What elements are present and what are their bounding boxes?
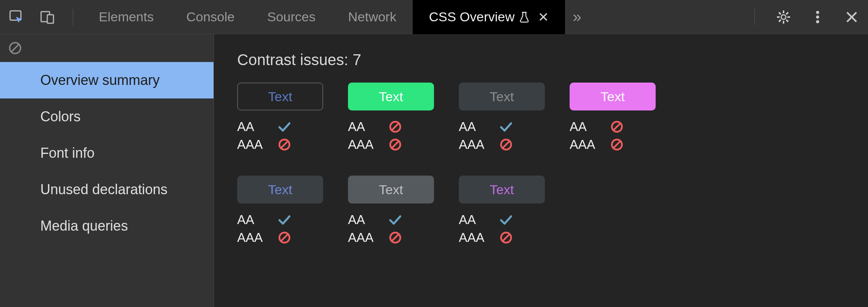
tab-label: Network bbox=[348, 9, 396, 24]
topbar-right-tools bbox=[750, 7, 862, 27]
gear-icon bbox=[776, 9, 791, 25]
pass-icon bbox=[388, 212, 403, 228]
svg-line-29 bbox=[613, 123, 620, 130]
tab-sources[interactable]: Sources bbox=[251, 0, 332, 34]
toolbar-divider bbox=[754, 9, 755, 25]
close-tab-icon[interactable]: ✕ bbox=[538, 9, 549, 25]
no-symbol-icon bbox=[499, 231, 513, 245]
fail-icon bbox=[277, 230, 292, 245]
fail-icon bbox=[498, 230, 514, 245]
topbar-left-tools bbox=[6, 7, 78, 27]
swatch-color-sample[interactable]: Text bbox=[348, 83, 434, 110]
swatch-color-sample[interactable]: Text bbox=[570, 83, 656, 110]
contrast-swatch[interactable]: TextAA AAA bbox=[459, 83, 545, 152]
svg-line-33 bbox=[281, 234, 288, 241]
swatch-color-sample[interactable]: Text bbox=[459, 176, 545, 204]
contrast-issues-heading: Contrast issues: 7 bbox=[237, 51, 845, 69]
check-icon bbox=[277, 119, 292, 134]
rating-aa: AA bbox=[237, 119, 323, 135]
svg-point-15 bbox=[816, 20, 819, 23]
panel-body: Overview summary Colors Font info Unused… bbox=[0, 34, 868, 307]
contrast-swatch[interactable]: TextAA AAA bbox=[237, 83, 323, 152]
fail-icon bbox=[277, 137, 292, 152]
swatch-text-label: Text bbox=[490, 182, 514, 197]
sidebar-item-label: Unused declarations bbox=[40, 181, 167, 198]
svg-line-37 bbox=[503, 234, 510, 241]
rating-aaa: AAA bbox=[348, 230, 434, 245]
more-tabs-button[interactable]: » bbox=[565, 0, 589, 34]
contrast-swatch[interactable]: TextAA AAA bbox=[459, 176, 545, 245]
rating-aa: AA bbox=[237, 212, 323, 228]
svg-line-9 bbox=[779, 12, 781, 14]
no-symbol-icon bbox=[610, 138, 624, 152]
contrast-ratings: AA AAA bbox=[237, 119, 323, 152]
fail-icon bbox=[609, 119, 625, 135]
svg-point-14 bbox=[816, 16, 819, 19]
no-symbol-icon bbox=[277, 231, 291, 245]
no-symbol-icon bbox=[388, 138, 402, 152]
contrast-ratings: AA AAA bbox=[459, 119, 545, 152]
contrast-ratings: AA AAA bbox=[237, 212, 323, 245]
rating-aaa: AAA bbox=[348, 137, 434, 152]
svg-line-10 bbox=[786, 20, 788, 22]
rating-aa: AA bbox=[348, 119, 434, 135]
contrast-swatch[interactable]: TextAA AAA bbox=[348, 83, 434, 152]
swatch-text-label: Text bbox=[268, 89, 292, 104]
rating-aaa: AAA bbox=[570, 137, 656, 152]
sidebar-item-label: Overview summary bbox=[40, 72, 160, 88]
no-symbol-icon bbox=[8, 41, 22, 55]
beaker-icon bbox=[519, 11, 529, 23]
svg-point-4 bbox=[781, 15, 786, 19]
tab-console[interactable]: Console bbox=[170, 0, 251, 34]
swatch-color-sample[interactable]: Text bbox=[348, 176, 434, 204]
svg-line-12 bbox=[779, 20, 781, 22]
tab-network[interactable]: Network bbox=[332, 0, 413, 34]
rating-label: AAA bbox=[459, 137, 494, 152]
devtools-topbar: Elements Console Sources Network CSS Ove… bbox=[0, 0, 868, 34]
tab-elements[interactable]: Elements bbox=[83, 0, 170, 34]
sidebar-item-unused-declarations[interactable]: Unused declarations bbox=[0, 171, 214, 208]
sidebar-item-media-queries[interactable]: Media queries bbox=[0, 208, 214, 244]
sidebar-item-overview-summary[interactable]: Overview summary bbox=[0, 62, 214, 98]
swatch-color-sample[interactable]: Text bbox=[237, 176, 323, 204]
swatch-text-label: Text bbox=[379, 182, 403, 197]
check-icon bbox=[499, 212, 513, 227]
contrast-swatch[interactable]: TextAA AAA bbox=[570, 83, 656, 152]
svg-line-27 bbox=[503, 141, 510, 148]
no-symbol-icon bbox=[388, 120, 402, 134]
contrast-swatch[interactable]: TextAA AAA bbox=[348, 176, 434, 245]
sidebar-item-colors[interactable]: Colors bbox=[0, 98, 214, 135]
rating-label: AA bbox=[459, 212, 494, 227]
swatch-color-sample[interactable]: Text bbox=[459, 83, 545, 110]
clear-overview-button[interactable] bbox=[8, 41, 22, 55]
device-toolbar-button[interactable] bbox=[37, 7, 57, 27]
inspect-element-button[interactable] bbox=[6, 7, 26, 27]
check-icon bbox=[499, 119, 513, 134]
rating-aa: AA bbox=[459, 119, 545, 135]
pass-icon bbox=[277, 212, 292, 228]
close-icon bbox=[845, 10, 858, 24]
tab-css-overview[interactable]: CSS Overview ✕ bbox=[413, 0, 565, 34]
swatch-color-sample[interactable]: Text bbox=[237, 83, 323, 110]
rating-label: AA bbox=[459, 119, 494, 134]
contrast-swatch[interactable]: TextAA AAA bbox=[237, 176, 323, 245]
contrast-ratings: AA AAA bbox=[348, 212, 434, 245]
rating-label: AA bbox=[348, 212, 384, 227]
fail-icon bbox=[388, 230, 403, 245]
contrast-ratings: AA AAA bbox=[570, 119, 656, 152]
svg-line-21 bbox=[281, 141, 288, 148]
swatch-text-label: Text bbox=[268, 182, 292, 197]
rating-label: AAA bbox=[348, 137, 384, 152]
close-devtools-button[interactable] bbox=[842, 7, 862, 27]
settings-button[interactable] bbox=[773, 7, 794, 27]
more-options-button[interactable] bbox=[808, 7, 828, 27]
sidebar-item-font-info[interactable]: Font info bbox=[0, 135, 214, 171]
swatch-row: TextAA AAA TextAA AAA TextAA AAA bbox=[237, 176, 845, 245]
tab-label: Sources bbox=[267, 9, 315, 24]
sidebar-item-label: Colors bbox=[40, 109, 81, 125]
svg-line-35 bbox=[392, 234, 399, 241]
rating-aa: AA bbox=[459, 212, 545, 228]
kebab-icon bbox=[815, 9, 820, 25]
panel-tabs: Elements Console Sources Network CSS Ove… bbox=[83, 0, 589, 34]
fail-icon bbox=[388, 137, 403, 152]
